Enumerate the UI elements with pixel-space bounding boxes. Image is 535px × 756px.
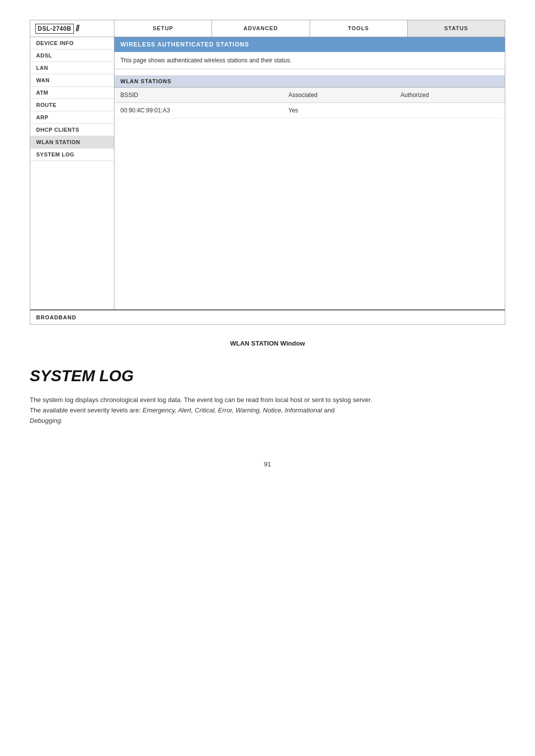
cell-authorized bbox=[394, 103, 505, 118]
nav-tabs: SETUP ADVANCED TOOLS STATUS bbox=[114, 20, 505, 37]
sidebar-item-dhcp-clients[interactable]: DHCP CLIENTS bbox=[30, 124, 114, 136]
sidebar-item-arp[interactable]: ARP bbox=[30, 111, 114, 124]
page-number: 91 bbox=[30, 460, 505, 468]
sidebar-item-wan[interactable]: WAN bbox=[30, 74, 114, 87]
stations-table: BSSID Associated Authorized 00:90:4C:99:… bbox=[114, 88, 505, 118]
figure-caption: WLAN STATION Window bbox=[30, 340, 505, 347]
brand-slashes: // bbox=[76, 23, 79, 34]
tab-setup[interactable]: SETUP bbox=[114, 20, 212, 37]
sidebar-item-wlan-station[interactable]: WLAN STATION bbox=[30, 136, 114, 149]
system-log-description: The system log displays chronological ev… bbox=[30, 395, 505, 426]
brand-label: DSL-2740B bbox=[35, 24, 74, 34]
cell-bssid: 00:90:4C:99:01:A3 bbox=[114, 103, 282, 118]
col-authorized: Authorized bbox=[394, 88, 505, 103]
subsection-header: WLAN STATIONS bbox=[114, 75, 505, 88]
sidebar-item-route[interactable]: ROUTE bbox=[30, 99, 114, 111]
sidebar-item-atm[interactable]: ATM bbox=[30, 87, 114, 99]
table-row: 00:90:4C:99:01:A3 Yes bbox=[114, 103, 505, 118]
sidebar: DEVICE INFO ADSL LAN WAN ATM ROUTE ARP D… bbox=[30, 37, 114, 309]
router-ui: DSL-2740B // SETUP ADVANCED TOOLS STATUS… bbox=[30, 20, 505, 325]
top-nav: DSL-2740B // SETUP ADVANCED TOOLS STATUS bbox=[30, 20, 505, 37]
tab-advanced[interactable]: ADVANCED bbox=[212, 20, 310, 37]
sidebar-item-system-log[interactable]: SYSTEM LOG bbox=[30, 149, 114, 161]
sidebar-item-adsl[interactable]: ADSL bbox=[30, 50, 114, 62]
system-log-debugging: Debugging. bbox=[30, 417, 63, 424]
router-footer: BROADBAND bbox=[30, 309, 505, 324]
main-content: WIRELESS AUTHENTICATED STATIONS This pag… bbox=[114, 37, 505, 309]
sidebar-item-device-info[interactable]: DEVICE INFO bbox=[30, 37, 114, 50]
cell-associated: Yes bbox=[282, 103, 394, 118]
col-associated: Associated bbox=[282, 88, 394, 103]
col-bssid: BSSID bbox=[114, 88, 282, 103]
system-log-severity-levels: Emergency, Alert, Critical, Error, Warni… bbox=[143, 406, 322, 414]
system-log-desc-1: The system log displays chronological ev… bbox=[30, 396, 372, 403]
system-log-desc-2: The available event severity levels are: bbox=[30, 406, 141, 414]
system-log-section: SYSTEM LOG The system log displays chron… bbox=[30, 362, 505, 431]
sidebar-item-lan[interactable]: LAN bbox=[30, 62, 114, 74]
tab-status[interactable]: STATUS bbox=[408, 20, 505, 37]
brand-cell: DSL-2740B // bbox=[30, 20, 114, 37]
section-header: WIRELESS AUTHENTICATED STATIONS bbox=[114, 37, 505, 52]
system-log-and: and bbox=[324, 406, 335, 414]
system-log-title: SYSTEM LOG bbox=[30, 367, 505, 385]
tab-tools[interactable]: TOOLS bbox=[310, 20, 408, 37]
section-desc: This page shows authenticated wireless s… bbox=[114, 52, 505, 69]
content-area: DEVICE INFO ADSL LAN WAN ATM ROUTE ARP D… bbox=[30, 37, 505, 309]
